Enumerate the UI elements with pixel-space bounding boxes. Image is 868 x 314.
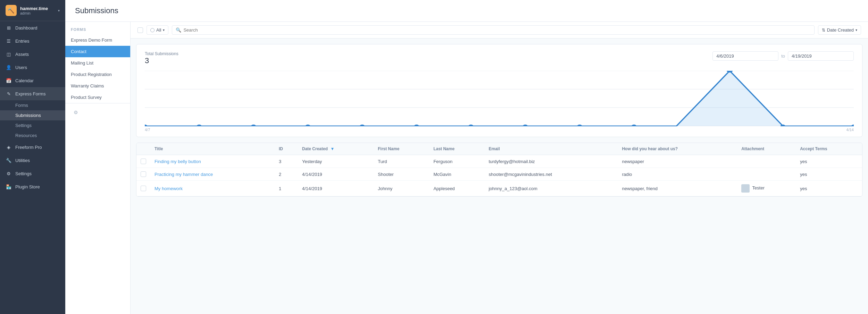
page-header: Submissions — [65, 0, 868, 22]
date-sort-button[interactable]: ⇅ Date Created ▾ — [818, 25, 861, 35]
chart-dot — [577, 125, 582, 126]
sidebar-sub-item-resources[interactable]: Resources — [0, 130, 65, 141]
sidebar-item-dashboard[interactable]: ⊞ Dashboard — [0, 21, 65, 34]
stat-label: Total Submissions — [145, 51, 178, 56]
table-row: My homework 1 4/14/2019 Johnny Appleseed… — [136, 181, 862, 196]
sidebar-item-label: Settings — [15, 171, 32, 176]
col-header-accept-terms: Accept Terms — [796, 143, 862, 155]
sidebar-sub-item-forms[interactable]: Forms — [0, 100, 65, 110]
sort-desc-icon: ▼ — [330, 146, 334, 151]
select-all-checkbox[interactable] — [137, 27, 143, 33]
date-range: to — [712, 51, 854, 61]
sidebar-item-express-forms[interactable]: ✎ Express Forms — [0, 87, 65, 100]
row-checkbox-cell — [136, 155, 150, 168]
form-item-product-survey[interactable]: Product Survey — [65, 92, 130, 103]
sidebar-item-freeform-pro[interactable]: ◈ Freeform Pro — [0, 141, 65, 154]
cell-attachment — [737, 155, 796, 168]
col-header-date-created[interactable]: Date Created ▼ — [298, 143, 374, 155]
search-input[interactable] — [183, 27, 810, 33]
sidebar-sub-item-settings[interactable]: Settings — [0, 120, 65, 130]
table-row: Practicing my hammer dance 2 4/14/2019 S… — [136, 168, 862, 181]
sidebar-item-calendar[interactable]: 📅 Calendar — [0, 74, 65, 87]
sidebar-item-users[interactable]: 👤 Users — [0, 61, 65, 74]
cell-title: Practicing my hammer dance — [150, 168, 275, 181]
attachment-thumbnail — [741, 184, 750, 193]
filter-label: All — [156, 27, 161, 33]
row-checkbox[interactable] — [141, 171, 146, 177]
date-from-input[interactable] — [712, 51, 778, 61]
search-icon: 🔍 — [176, 27, 181, 33]
col-header-first-name: First Name — [374, 143, 429, 155]
sidebar-item-label: Entries — [15, 39, 29, 44]
col-header-last-name: Last Name — [429, 143, 484, 155]
sidebar-item-label: Users — [15, 65, 27, 70]
main-area: Submissions FORMS Express Demo Form Cont… — [65, 0, 868, 314]
circle-icon — [150, 28, 155, 32]
assets-icon: ◫ — [6, 51, 12, 57]
cell-first-name: Shooter — [374, 168, 429, 181]
table-header-row: Title ID Date Created ▼ First Name Last … — [136, 143, 862, 155]
cell-accept-terms: yes — [796, 168, 862, 181]
gear-icon[interactable]: ⚙ — [71, 108, 81, 117]
form-item-contact[interactable]: Contact — [65, 46, 130, 57]
row-checkbox[interactable] — [141, 159, 146, 164]
row-checkbox[interactable] — [141, 186, 146, 191]
cell-last-name: McGavin — [429, 168, 484, 181]
sidebar-item-label: Plugin Store — [15, 184, 40, 189]
right-panel: All ▾ 🔍 ⇅ Date Created ▾ Total Submissi — [131, 22, 868, 314]
chart-svg: 3 2 — [145, 71, 854, 126]
users-icon: 👤 — [6, 64, 12, 70]
x-axis-labels: 4/7 4/14 — [145, 128, 854, 132]
cell-title: Finding my belly button — [150, 155, 275, 168]
chart-dot — [360, 125, 365, 126]
cell-title: My homework — [150, 181, 275, 196]
utilities-icon: 🔧 — [6, 157, 12, 163]
col-header-id: ID — [275, 143, 298, 155]
cell-accept-terms: yes — [796, 181, 862, 196]
form-item-mailing-list[interactable]: Mailing List — [65, 57, 130, 69]
cell-attachment — [737, 168, 796, 181]
chart-dot — [251, 125, 256, 126]
calendar-icon: 📅 — [6, 77, 12, 84]
sidebar-item-entries[interactable]: ☰ Entries — [0, 34, 65, 48]
brand-header[interactable]: 🔨 hammer.time admin ▾ — [0, 0, 65, 21]
chart-dot — [145, 125, 147, 126]
col-header-checkbox — [136, 143, 150, 155]
sidebar-sub-item-submissions[interactable]: Submissions — [0, 110, 65, 120]
sidebar-item-utilities[interactable]: 🔧 Utilities — [0, 154, 65, 167]
col-header-title: Title — [150, 143, 275, 155]
date-to-input[interactable] — [788, 51, 854, 61]
brand-role: admin — [20, 11, 57, 15]
submission-link[interactable]: Finding my belly button — [155, 159, 201, 164]
chart-dot — [523, 125, 528, 126]
col-header-attachment: Attachment — [737, 143, 796, 155]
chart-stats: Total Submissions 3 — [145, 51, 178, 65]
chevron-down-icon: ▾ — [856, 28, 857, 32]
sidebar-item-settings[interactable]: ⚙ Settings — [0, 167, 65, 180]
cell-id: 3 — [275, 155, 298, 168]
freeform-icon: ◈ — [6, 144, 12, 150]
search-box[interactable]: 🔍 — [172, 25, 814, 35]
chart-plot-area: 3 2 — [145, 71, 854, 133]
table: Title ID Date Created ▼ First Name Last … — [136, 143, 862, 196]
form-item-product-registration[interactable]: Product Registration — [65, 69, 130, 80]
form-item-express-demo[interactable]: Express Demo Form — [65, 34, 130, 46]
sidebar-item-label: Freeform Pro — [15, 145, 42, 150]
sidebar-item-assets[interactable]: ◫ Assets — [0, 48, 65, 61]
sidebar-item-label: Utilities — [15, 158, 30, 163]
cell-first-name: Turd — [374, 155, 429, 168]
form-item-warranty-claims[interactable]: Warranty Claims — [65, 80, 130, 92]
submission-link[interactable]: Practicing my hammer dance — [155, 172, 213, 177]
cell-accept-terms: yes — [796, 155, 862, 168]
cell-email: johnny_a_123@aol.com — [484, 181, 618, 196]
date-to-label: to — [781, 53, 785, 59]
cell-id: 1 — [275, 181, 298, 196]
brand-icon: 🔨 — [6, 5, 17, 16]
cell-id: 2 — [275, 168, 298, 181]
chart-dot — [851, 125, 854, 126]
x-label-414: 4/14 — [846, 128, 854, 132]
sidebar-item-label: Express Forms — [15, 91, 45, 96]
sidebar-item-plugin-store[interactable]: 🏪 Plugin Store — [0, 180, 65, 193]
submission-link[interactable]: My homework — [155, 186, 183, 191]
filter-dropdown[interactable]: All ▾ — [147, 25, 168, 35]
